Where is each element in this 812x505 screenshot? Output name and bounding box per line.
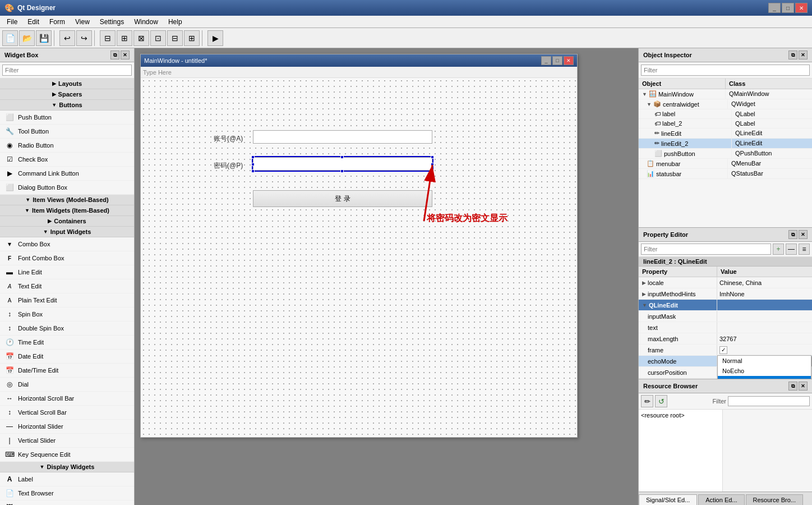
prop-add-btn[interactable]: + [773,244,784,255]
widget-label[interactable]: A Label [0,472,134,486]
menu-settings[interactable]: Settings [95,17,128,27]
widget-time-edit[interactable]: 🕐 Time Edit [0,336,134,350]
open-button[interactable]: 📂 [19,30,35,46]
obj-inspector-float-btn[interactable]: ⧉ [788,50,797,59]
widget-check-box[interactable]: ☑ Check Box [0,153,134,167]
property-editor-controls[interactable]: ⧉ ✕ [788,230,808,239]
widget-spin-box[interactable]: ↕ Spin Box [0,307,134,322]
widget-radio-button[interactable]: ◉ Radio Button [0,139,134,153]
menu-file[interactable]: File [2,17,22,27]
obj-inspector-close-btn[interactable]: ✕ [799,50,808,59]
dropdown-normal[interactable]: Normal [718,356,811,366]
title-bar-controls[interactable]: _ □ ✕ [768,3,808,13]
widget-dial[interactable]: ◎ Dial [0,378,134,392]
widget-date-edit[interactable]: 📅 Date Edit [0,350,134,364]
prop-config-btn[interactable]: ≡ [799,244,810,255]
tree-row-pushbutton[interactable]: ⬜ pushButton QPushButton [639,149,812,159]
new-button[interactable]: 📄 [2,30,18,46]
tab-action-editor[interactable]: Action Ed... [698,494,744,505]
echomode-dropdown-overlay[interactable]: Normal NoEcho Password PasswordEchoOnEdi… [717,355,811,379]
widget-plain-text-edit[interactable]: A Plain Text Edit [0,293,134,307]
form-close-btn[interactable]: ✕ [564,56,574,65]
preview-button[interactable]: ▶ [207,30,223,46]
widget-tool-button[interactable]: 🔧 Tool Button [0,125,134,139]
save-button[interactable]: 💾 [36,30,52,46]
password-input[interactable] [253,157,432,171]
resource-float-btn[interactable]: ⧉ [788,382,797,391]
layout-v-button[interactable]: ⊞ [117,30,132,46]
category-containers[interactable]: ▶ Containers [0,216,134,227]
widget-double-spin-box[interactable]: ↕ Double Spin Box [0,322,134,336]
widget-line-edit[interactable]: ▬ Line Edit [0,265,134,279]
widget-datetime-edit[interactable]: 📅 Date/Time Edit [0,364,134,378]
prop-row-locale[interactable]: ▶ locale Chinese, China [639,277,812,288]
object-inspector-controls[interactable]: ⧉ ✕ [788,50,808,59]
category-item-views[interactable]: ▼ Item Views (Model-Based) [0,195,134,205]
form-title-controls[interactable]: _ □ ✕ [541,56,574,65]
tree-row-centralwidget[interactable]: ▼ 📦 centralwidget QWidget [639,99,812,109]
canvas-area[interactable]: MainWindow - untitled* _ □ ✕ Type Here 账… [135,48,638,505]
widget-vscrollbar[interactable]: ↕ Vertical Scroll Bar [0,406,134,420]
close-button[interactable]: ✕ [795,3,808,13]
menu-window[interactable]: Window [130,17,163,27]
menu-form[interactable]: Form [45,17,70,27]
category-display-widgets[interactable]: ▼ Display Widgets [0,462,134,472]
layout-grid-button[interactable]: ⊠ [133,30,149,46]
prop-editor-close-btn[interactable]: ✕ [799,230,808,239]
object-inspector-filter-input[interactable] [641,65,810,76]
minimize-button[interactable]: _ [768,3,781,13]
layout-form-button[interactable]: ⊡ [150,30,166,46]
tree-row-statusbar[interactable]: 📊 statusbar QStatusBar [639,169,812,179]
resource-filter-input[interactable] [728,396,810,406]
widget-vslider[interactable]: | Vertical Slider [0,434,134,448]
layout-h-button[interactable]: ⊟ [100,30,116,46]
resource-close-btn[interactable]: ✕ [799,382,808,391]
category-layouts[interactable]: ▶ Layouts [0,79,134,89]
widget-hscrollbar[interactable]: ↔ Horizontal Scroll Bar [0,392,134,406]
category-item-widgets[interactable]: ▼ Item Widgets (Item-Based) [0,205,134,216]
resource-reload-btn[interactable]: ↺ [655,395,667,407]
redo-button[interactable]: ↪ [76,30,92,46]
form-minimize-btn[interactable]: _ [541,56,551,65]
form-maximize-btn[interactable]: □ [552,56,562,65]
widget-graphics-view[interactable]: 🖼 Graphics View [0,501,134,505]
widget-text-edit[interactable]: A Text Edit [0,279,134,293]
tree-row-lineedit[interactable]: ✏ lineEdit QLineEdit [639,128,812,139]
layout-adjust-button[interactable]: ⊞ [184,30,200,46]
widget-hslider[interactable]: — Horizontal Slider [0,420,134,434]
widget-box-close-btn[interactable]: ✕ [121,50,130,59]
tree-row-mainwindow[interactable]: ▼ 🪟 MainWindow QMainWindow [639,89,812,99]
prop-row-text[interactable]: text [639,322,812,333]
dropdown-password[interactable]: Password [718,376,811,379]
resource-edit-btn[interactable]: ✏ [641,395,653,407]
prop-row-inputmethodhints[interactable]: ▶ inputMethodHints ImhNone [639,288,812,300]
tab-signal-slot[interactable]: Signal/Slot Ed... [639,494,697,505]
widget-key-sequence-edit[interactable]: ⌨ Key Sequence Edit [0,448,134,462]
maximize-button[interactable]: □ [782,3,794,13]
widget-font-combo-box[interactable]: F Font Combo Box [0,251,134,265]
account-input[interactable] [253,130,432,144]
tree-row-label[interactable]: 🏷 label QLabel [639,109,812,119]
menu-view[interactable]: View [71,17,94,27]
tree-row-label2[interactable]: 🏷 label_2 QLabel [639,119,812,128]
layout-break-button[interactable]: ⊟ [167,30,183,46]
resource-browser-controls[interactable]: ⧉ ✕ [788,382,808,391]
tree-row-menubar[interactable]: 📋 menubar QMenuBar [639,159,812,169]
prop-row-frame[interactable]: frame ✓ [639,345,812,356]
category-buttons[interactable]: ▼ Buttons [0,100,134,111]
property-filter-input[interactable] [641,244,771,255]
tab-resource-browser[interactable]: Resource Bro... [746,494,803,505]
prop-row-maxlength[interactable]: maxLength 32767 [639,333,812,345]
prop-row-inputmask[interactable]: inputMask [639,311,812,322]
menu-edit[interactable]: Edit [23,17,44,27]
prop-remove-btn[interactable]: — [786,244,797,255]
prop-val-frame[interactable]: ✓ [717,345,812,355]
prop-editor-float-btn[interactable]: ⧉ [788,230,797,239]
widget-box-float-btn[interactable]: ⧉ [110,50,119,59]
undo-button[interactable]: ↩ [59,30,75,46]
category-input-widgets[interactable]: ▼ Input Widgets [0,227,134,237]
widget-box-filter-input[interactable] [2,65,132,76]
form-menu-bar[interactable]: Type Here [141,67,577,78]
widget-text-browser[interactable]: 📄 Text Browser [0,486,134,501]
widget-command-link-button[interactable]: ▶ Command Link Button [0,167,134,181]
